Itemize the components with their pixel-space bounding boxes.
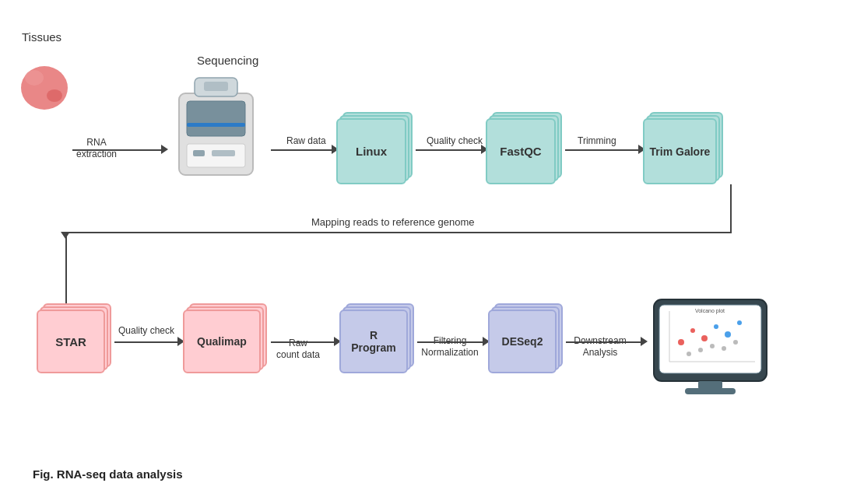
quality-check-bottom-label: Quality check xyxy=(115,325,177,338)
arrow-tissue-to-seq xyxy=(72,149,164,151)
deseq2-label: DESeq2 xyxy=(488,310,557,373)
sequencer-icon xyxy=(163,70,269,187)
svg-point-17 xyxy=(725,331,731,338)
arrow-r-deseq2 xyxy=(417,341,486,343)
fastqc-card: FastQC xyxy=(486,118,556,184)
rna-extraction-label: RNA extraction xyxy=(76,124,117,161)
svg-point-19 xyxy=(698,348,703,352)
svg-point-23 xyxy=(733,340,738,345)
svg-text:Volcano plot: Volcano plot xyxy=(695,308,725,314)
svg-rect-4 xyxy=(187,101,245,136)
arrow-deseq2-monitor xyxy=(566,341,644,343)
qualimap-label: Qualimap xyxy=(183,310,261,373)
svg-rect-27 xyxy=(698,381,722,389)
trimgalore-label: Trim Galore xyxy=(643,118,717,184)
star-card: STAR xyxy=(37,310,105,373)
svg-rect-10 xyxy=(204,82,228,91)
raw-count-data-label: Raw count data xyxy=(271,325,325,362)
arrowhead-deseq2-monitor xyxy=(641,337,648,346)
svg-point-22 xyxy=(722,346,726,351)
mapping-label: Mapping reads to reference genome xyxy=(311,216,475,229)
fastqc-label: FastQC xyxy=(486,118,556,184)
deseq2-card: DESeq2 xyxy=(488,310,557,373)
svg-point-16 xyxy=(714,324,718,329)
linux-label: Linux xyxy=(336,118,406,184)
star-label: STAR xyxy=(37,310,105,373)
trimgalore-card: Trim Galore xyxy=(643,118,717,184)
svg-point-2 xyxy=(47,89,62,102)
tissue-icon xyxy=(17,61,72,111)
svg-point-1 xyxy=(25,70,44,86)
qualimap-card: Qualimap xyxy=(183,310,261,373)
arrow-fastqc-trim xyxy=(565,149,641,151)
trimming-label: Trimming xyxy=(578,135,616,148)
quality-check-top-label: Quality check xyxy=(427,135,483,148)
svg-rect-7 xyxy=(193,150,205,156)
svg-point-20 xyxy=(710,344,715,348)
svg-rect-12 xyxy=(659,305,761,373)
arrow-trim-down xyxy=(730,184,732,233)
raw-data-label: Raw data xyxy=(286,135,326,148)
sequencing-label: Sequencing xyxy=(197,53,258,68)
diagram: Tissues RNA extraction Sequencing Raw da… xyxy=(0,0,864,504)
r-program-label: R Program xyxy=(339,310,408,373)
fig-caption: Fig. RNA-seq data analysis xyxy=(33,467,183,482)
arrow-linux-fastqc xyxy=(416,149,484,151)
r-program-card: R Program xyxy=(339,310,408,373)
svg-rect-8 xyxy=(212,150,235,156)
svg-point-13 xyxy=(678,339,684,345)
tissues-label: Tissues xyxy=(22,30,61,45)
arrow-seq-linux xyxy=(271,149,335,151)
svg-rect-28 xyxy=(685,388,736,394)
svg-rect-5 xyxy=(187,123,245,127)
svg-point-21 xyxy=(687,352,691,356)
arrow-mapping-h xyxy=(65,232,732,233)
arrow-star-qualimap xyxy=(114,341,181,343)
svg-point-18 xyxy=(737,320,742,325)
monitor-icon: Volcano plot xyxy=(650,296,771,412)
arrow-into-star xyxy=(65,232,67,308)
svg-point-15 xyxy=(701,335,708,341)
linux-card: Linux xyxy=(336,118,406,184)
arrow-qualimap-r xyxy=(271,341,337,343)
svg-point-14 xyxy=(690,328,695,333)
